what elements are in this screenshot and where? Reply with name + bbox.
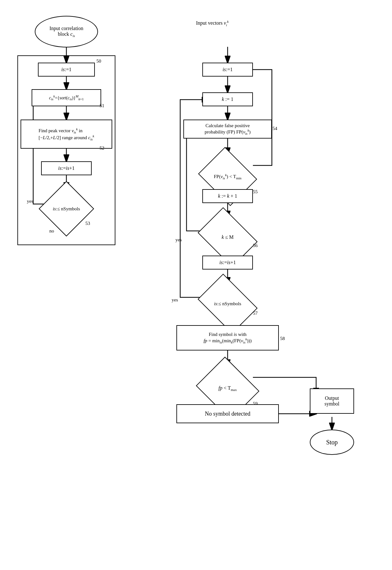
is-assign-1-right: is:=1 [202,63,253,77]
diamond-fp-tmax: fp < Tmax [202,366,254,411]
yes-label-k: yes [175,237,182,243]
input-vectors-label: Input vectors vik [196,20,229,27]
is-incr-right: is:=is+1 [202,256,253,270]
calc-fp-box: Calculate false positiveprobability (FP)… [183,120,272,139]
diamond-k-leq-m: k ≤ M [202,218,254,257]
step-54: 54 [273,126,277,131]
step-55: 55 [253,189,258,195]
diamond-fp-tmin: FP(visk) < Tmin [202,154,254,199]
input-correlation-ellipse: Input correlationblock cis [35,16,98,47]
find-symbol-box: Find symbol is withfp = minis(mink(FP(vi… [176,325,279,350]
k-assign-1: k := 1 [202,92,253,106]
step-56: 56 [253,243,258,248]
diamond-is-left: is:≤ nSymbols [47,189,86,228]
output-symbol-box: Outputsymbol [310,388,354,414]
stop-ellipse: Stop [310,430,354,455]
yes-label-is-right: yes [172,297,178,303]
step-58: 58 [280,336,285,341]
diamond-is-right: is:≤ nSymbols [202,284,254,323]
input-correlation-label: Input correlationblock cis [49,26,83,38]
step-57: 57 [253,311,258,316]
